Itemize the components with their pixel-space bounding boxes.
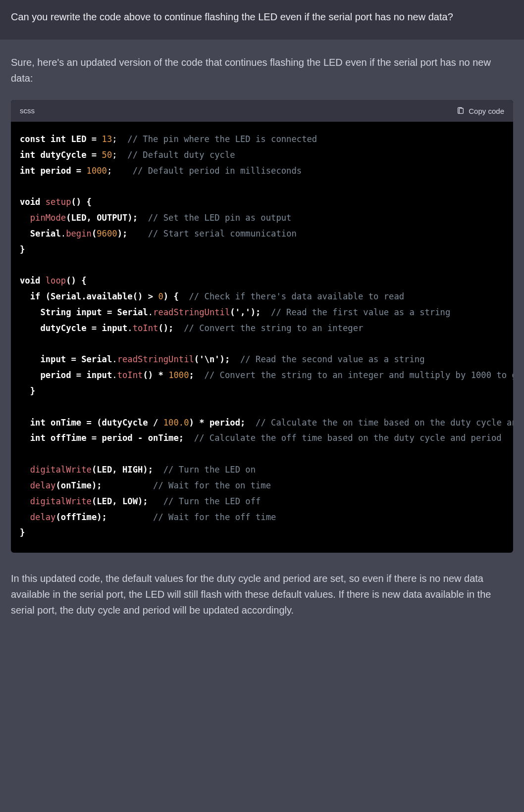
code-language-label: scss: [20, 105, 35, 117]
user-text: Can you rewrite the code above to contin…: [11, 11, 453, 22]
copy-code-button[interactable]: Copy code: [457, 107, 504, 115]
copy-code-label: Copy code: [469, 107, 504, 115]
assistant-message: Sure, here's an updated version of the c…: [0, 40, 524, 638]
assistant-intro: Sure, here's an updated version of the c…: [11, 54, 513, 86]
user-message: Can you rewrite the code above to contin…: [0, 0, 524, 40]
svg-rect-0: [460, 108, 464, 114]
code-block: scss Copy code const int LED = 13; // Th…: [11, 100, 513, 553]
code-content[interactable]: const int LED = 13; // The pin where the…: [11, 122, 513, 553]
clipboard-icon: [457, 107, 465, 115]
assistant-outro: In this updated code, the default values…: [11, 571, 513, 618]
code-header: scss Copy code: [11, 100, 513, 122]
